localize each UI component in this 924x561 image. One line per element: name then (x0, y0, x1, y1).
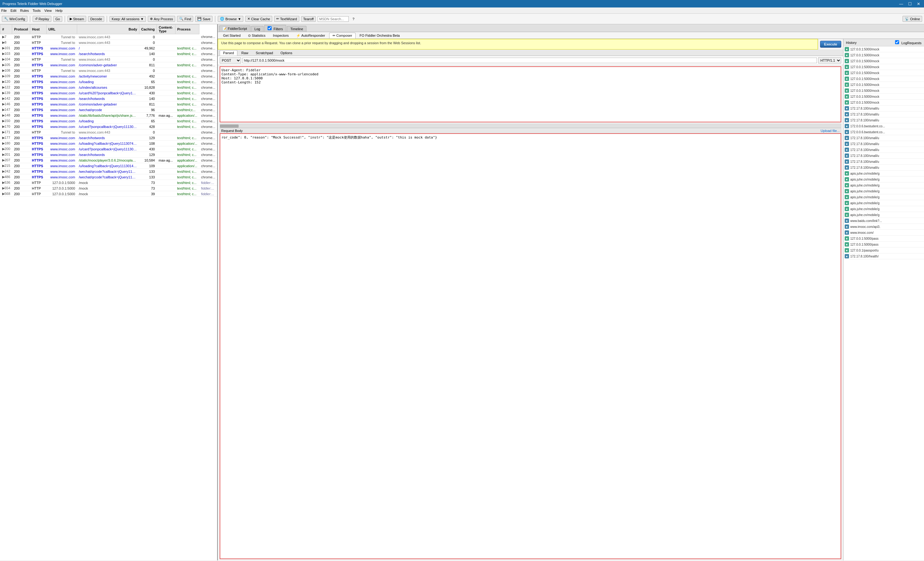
go-button[interactable]: Go (53, 16, 62, 22)
keep-sessions-button[interactable]: Keep: All sessions ▼ (110, 16, 146, 22)
table-row[interactable]: ▶150 200 HTTPS www.imooc.com /u/loading … (0, 118, 218, 124)
table-row[interactable]: ▶568 200 HTTP 127.0.0.1:5000 /mock 39 te… (0, 191, 218, 197)
table-row[interactable]: ▶201 200 HTTPS www.imooc.com /search/hot… (0, 152, 218, 158)
history-item[interactable]: ■127.0.0.1:5000/mock (843, 70, 924, 76)
table-row[interactable]: ▶142 200 HTTPS www.imooc.com /search/hot… (0, 96, 218, 101)
table-row[interactable]: ▶122 200 HTTPS www.imooc.com /u/index/al… (0, 85, 218, 90)
table-row[interactable]: ▶103 200 HTTPS www.imooc.com /search/hot… (0, 51, 218, 57)
table-row[interactable]: ▶177 200 HTTPS www.imooc.com /search/hot… (0, 135, 218, 141)
history-item[interactable]: ■172.17.8.100/health/ (843, 253, 924, 259)
find-button[interactable]: 🔍 Find (177, 16, 193, 22)
replay-button[interactable]: ↺ Replay (33, 16, 51, 22)
history-item[interactable]: ■172.17.8.100/small/u (843, 153, 924, 159)
menu-tools[interactable]: Tools (33, 9, 41, 12)
table-row[interactable]: ▶7 200 HTTP Tunnel to www.imooc.com:443 … (0, 34, 218, 40)
history-item[interactable]: ■127.0.0.1:5000/mock (843, 88, 924, 94)
table-row[interactable]: ▶171 200 HTTP Tunnel to www.imooc.com:44… (0, 129, 218, 135)
history-item[interactable]: ■172.17.8.100/small/u (843, 147, 924, 153)
tab-filters[interactable]: Filters (264, 25, 286, 32)
table-row[interactable]: ▶242 200 HTTPS www.imooc.com /wechat/qrc… (0, 169, 218, 174)
upload-file-link[interactable]: Upload file... (821, 129, 840, 132)
table-row[interactable]: ▶120 200 HTTPS www.imooc.com /u/loading … (0, 79, 218, 85)
composer-tab-scratchpad[interactable]: Scratchpad (252, 50, 277, 56)
clear-cache-button[interactable]: ✕ Clear Cache (245, 16, 272, 22)
table-row[interactable]: ▶536 200 HTTP 127.0.0.1:5000 /mock 73 te… (0, 180, 218, 185)
table-row[interactable]: ▶101 200 HTTPS www.imooc.com / 49,962 te… (0, 45, 218, 51)
subtab-composer[interactable]: ✏ Composer (329, 33, 356, 39)
subtab-fiddler-orchestra[interactable]: FO Fiddler Orchestra Beta (356, 33, 403, 39)
history-item[interactable]: ■apis.juhe.cn/mobile/g (843, 194, 924, 200)
history-item[interactable]: ■172.17.8.100/small/u (843, 141, 924, 147)
online-button[interactable]: 📡 Online (903, 16, 922, 22)
hscroll-thumb[interactable] (220, 125, 238, 128)
stream-button[interactable]: ▶ Stream (68, 16, 86, 22)
table-row[interactable]: ▶147 200 HTTPS www.imooc.com /wechat/qrc… (0, 107, 218, 113)
history-item[interactable]: ■172.17.8.100/small/u (843, 105, 924, 111)
table-row[interactable]: ▶486 200 HTTPS www.imooc.com /wechat/qrc… (0, 174, 218, 180)
any-process-button[interactable]: ⊕ Any Process (148, 16, 175, 22)
http-version-select[interactable]: HTTP/1.1 HTTP/2 (818, 57, 841, 63)
subtab-inspectors[interactable]: Inspectors (269, 33, 292, 39)
composer-tab-options[interactable]: Options (277, 50, 296, 56)
method-select[interactable]: POST GET PUT DELETE (220, 57, 241, 63)
menu-help[interactable]: Help (56, 9, 63, 12)
table-row[interactable]: ▶180 200 HTTPS www.imooc.com /u/loading?… (0, 141, 218, 146)
history-item[interactable]: ■172.17.8.100/small/u (843, 111, 924, 117)
table-row[interactable]: ▶170 200 HTTPS www.imooc.com /u/card?jso… (0, 124, 218, 129)
table-row[interactable]: ▶108 200 HTTP Tunnel to www.imooc.com:44… (0, 68, 218, 74)
close-button[interactable]: ✕ (916, 2, 921, 6)
execute-button[interactable]: Execute (820, 41, 841, 48)
table-row[interactable]: ▶554 200 HTTP 127.0.0.1:5000 /mock 73 te… (0, 185, 218, 191)
history-item[interactable]: ■apis.juhe.cn/mobile/g (843, 176, 924, 182)
hscroll-area[interactable] (220, 123, 841, 128)
menu-rules[interactable]: Rules (20, 9, 29, 12)
table-row[interactable]: ▶207 200 HTTPS www.imooc.com /static/moo… (0, 158, 218, 163)
subtab-auto-responder[interactable]: ⚡ AutoResponder (293, 33, 328, 39)
history-item[interactable]: ■apis.juhe.cn/mobile/g (843, 171, 924, 176)
minimize-button[interactable]: — (898, 2, 904, 6)
sessions-scroll[interactable]: # Protocol Host URL Body Caching Content… (0, 24, 217, 560)
browse-button[interactable]: 🌐 Browse ▼ (218, 16, 243, 22)
composer-tab-parsed[interactable]: Parsed (220, 50, 237, 56)
headers-textarea[interactable] (220, 67, 841, 122)
maximize-button[interactable]: ☐ (907, 2, 913, 6)
history-item[interactable]: ■127.0.0.1:5000/mock (843, 64, 924, 70)
history-list[interactable]: ■127.0.0.1:5000/mock■127.0.0.1:5000/mock… (843, 47, 924, 560)
table-row[interactable]: ▶139 200 HTTPS www.imooc.com /u/card%20?… (0, 90, 218, 96)
table-row[interactable]: ▶215 200 HTTPS www.imooc.com /u/loading?… (0, 163, 218, 169)
history-item[interactable]: ■apis.juhe.cn/mobile/g (843, 206, 924, 212)
table-row[interactable]: ▶105 200 HTTPS www.imooc.com /common/adv… (0, 62, 218, 68)
table-row[interactable]: ▶109 200 HTTPS www.imooc.com /activity/n… (0, 74, 218, 79)
history-item[interactable]: ■127.0.0.1:5000/mock (843, 82, 924, 88)
history-item[interactable]: ■127.0.0.1:5000/mock (843, 76, 924, 82)
history-item[interactable]: ■apis.juhe.cn/mobile/g (843, 182, 924, 188)
table-row[interactable]: ▶146 200 HTTPS www.imooc.com /common/adv… (0, 101, 218, 107)
menu-edit[interactable]: Edit (10, 9, 16, 12)
msdn-search-input[interactable] (318, 16, 349, 22)
history-item[interactable]: ■apis.juhe.cn/mobile/g (843, 188, 924, 194)
save-button[interactable]: 💾 Save (195, 16, 213, 22)
menu-view[interactable]: View (45, 9, 52, 12)
history-item[interactable]: ■127.0.0.1:5000/pass (843, 242, 924, 248)
menu-file[interactable]: File (1, 9, 7, 12)
table-row[interactable]: ▶148 200 HTTPS www.imooc.com /static/lib… (0, 113, 218, 118)
history-item[interactable]: ■apis.juhe.cn/mobile/g (843, 212, 924, 218)
composer-tab-raw[interactable]: Raw (238, 50, 252, 56)
history-item[interactable]: ■127.0.0.1:5000/mock (843, 52, 924, 58)
history-item[interactable]: ■172.17.8.100/small/u (843, 135, 924, 141)
history-item[interactable]: ■172.0.0.6.bwstudent.co... (843, 123, 924, 129)
text-wizard-button[interactable]: ✏ TextWizard (274, 16, 299, 22)
tab-timeline[interactable]: Timeline (287, 26, 306, 32)
history-item[interactable]: ■127.0.0.1:5000/mock (843, 47, 924, 52)
tab-fiddler-script[interactable]: 📝 FiddlerScript (219, 26, 250, 32)
history-item[interactable]: ■www.imooc.com/api3. (843, 224, 924, 230)
url-input[interactable] (242, 57, 817, 63)
table-row[interactable]: ▶8 200 HTTP Tunnel to www.imooc.com:443 … (0, 40, 218, 45)
tab-log[interactable]: Log (251, 26, 264, 32)
history-item[interactable]: ■172.0.0.6.bwstudent.co... (843, 129, 924, 135)
help-icon-button[interactable]: ? (351, 17, 356, 21)
history-item[interactable]: ■127.0.0.1:5000/pass (843, 236, 924, 242)
history-item[interactable]: ■apis.juhe.cn/mobile/g (843, 200, 924, 206)
tearoff-button[interactable]: Tearoff (301, 16, 316, 22)
history-item[interactable]: ■172.17.8.100/small/u (843, 117, 924, 123)
